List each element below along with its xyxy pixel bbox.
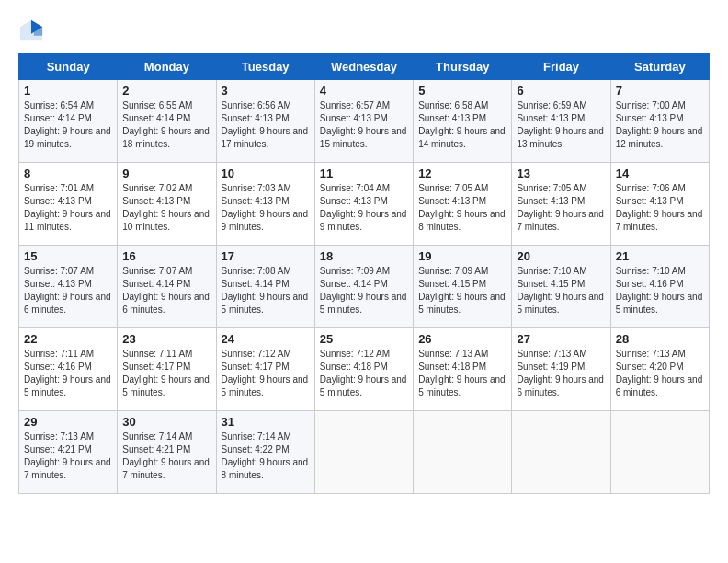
- sunrise-text: Sunrise: 7:00 AM: [616, 99, 704, 112]
- calendar-week-4: 22 Sunrise: 7:11 AM Sunset: 4:16 PM Dayl…: [19, 328, 710, 411]
- weekday-header-saturday: Saturday: [610, 54, 709, 80]
- daylight-text: Daylight: 9 hours and 5 minutes.: [122, 373, 210, 399]
- calendar-cell: 5 Sunrise: 6:58 AM Sunset: 4:13 PM Dayli…: [414, 80, 512, 163]
- logo-icon: [18, 18, 44, 44]
- calendar-cell: 7 Sunrise: 7:00 AM Sunset: 4:13 PM Dayli…: [610, 80, 709, 163]
- cell-info: Sunrise: 6:57 AM Sunset: 4:13 PM Dayligh…: [320, 99, 408, 151]
- daylight-text: Daylight: 9 hours and 7 minutes.: [122, 456, 210, 482]
- calendar-cell: 11 Sunrise: 7:04 AM Sunset: 4:13 PM Dayl…: [314, 163, 413, 246]
- daylight-text: Daylight: 9 hours and 5 minutes.: [24, 373, 112, 399]
- calendar-cell: [512, 411, 610, 494]
- daylight-text: Daylight: 9 hours and 5 minutes.: [418, 373, 506, 399]
- calendar-cell: [314, 411, 413, 494]
- daylight-text: Daylight: 9 hours and 7 minutes.: [24, 456, 112, 482]
- sunset-text: Sunset: 4:13 PM: [517, 112, 605, 125]
- sunrise-text: Sunrise: 7:06 AM: [616, 182, 704, 195]
- cell-info: Sunrise: 7:13 AM Sunset: 4:21 PM Dayligh…: [24, 431, 112, 482]
- daylight-text: Daylight: 9 hours and 7 minutes.: [616, 208, 704, 234]
- sunrise-text: Sunrise: 7:01 AM: [24, 182, 112, 195]
- day-number: 22: [24, 332, 112, 346]
- sunset-text: Sunset: 4:18 PM: [418, 361, 506, 373]
- day-number: 15: [24, 249, 112, 263]
- calendar-cell: 3 Sunrise: 6:56 AM Sunset: 4:13 PM Dayli…: [216, 80, 314, 163]
- sunset-text: Sunset: 4:13 PM: [418, 195, 506, 208]
- sunset-text: Sunset: 4:15 PM: [418, 278, 506, 291]
- sunset-text: Sunset: 4:15 PM: [517, 278, 605, 291]
- calendar-cell: 29 Sunrise: 7:13 AM Sunset: 4:21 PM Dayl…: [19, 411, 118, 494]
- day-number: 13: [517, 167, 605, 180]
- cell-info: Sunrise: 7:13 AM Sunset: 4:20 PM Dayligh…: [616, 348, 704, 399]
- calendar-week-3: 15 Sunrise: 7:07 AM Sunset: 4:13 PM Dayl…: [19, 246, 710, 328]
- day-number: 26: [418, 332, 506, 346]
- day-number: 5: [418, 84, 506, 98]
- daylight-text: Daylight: 9 hours and 9 minutes.: [320, 208, 408, 234]
- cell-info: Sunrise: 7:09 AM Sunset: 4:14 PM Dayligh…: [320, 265, 408, 316]
- sunrise-text: Sunrise: 7:05 AM: [517, 182, 605, 195]
- sunset-text: Sunset: 4:13 PM: [616, 112, 704, 125]
- logo: [18, 18, 48, 44]
- calendar-cell: 9 Sunrise: 7:02 AM Sunset: 4:13 PM Dayli…: [118, 163, 216, 246]
- day-number: 4: [320, 84, 408, 98]
- calendar-week-1: 1 Sunrise: 6:54 AM Sunset: 4:14 PM Dayli…: [19, 80, 710, 163]
- cell-info: Sunrise: 6:59 AM Sunset: 4:13 PM Dayligh…: [517, 99, 605, 151]
- daylight-text: Daylight: 9 hours and 11 minutes.: [24, 208, 112, 234]
- daylight-text: Daylight: 9 hours and 7 minutes.: [517, 208, 605, 234]
- sunrise-text: Sunrise: 7:03 AM: [222, 182, 310, 195]
- day-number: 12: [418, 167, 506, 180]
- sunrise-text: Sunrise: 7:09 AM: [418, 265, 506, 278]
- day-number: 23: [122, 332, 210, 346]
- day-number: 9: [122, 167, 210, 180]
- sunset-text: Sunset: 4:16 PM: [24, 361, 112, 373]
- sunrise-text: Sunrise: 7:11 AM: [122, 348, 210, 361]
- sunrise-text: Sunrise: 7:13 AM: [517, 348, 605, 361]
- day-number: 14: [616, 167, 704, 180]
- sunrise-text: Sunrise: 7:13 AM: [616, 348, 704, 361]
- daylight-text: Daylight: 9 hours and 19 minutes.: [24, 125, 112, 151]
- sunset-text: Sunset: 4:14 PM: [24, 112, 112, 125]
- weekday-header-sunday: Sunday: [19, 54, 118, 80]
- sunrise-text: Sunrise: 7:02 AM: [122, 182, 210, 195]
- daylight-text: Daylight: 9 hours and 13 minutes.: [517, 125, 605, 151]
- sunset-text: Sunset: 4:13 PM: [517, 195, 605, 208]
- calendar-cell: 31 Sunrise: 7:14 AM Sunset: 4:22 PM Dayl…: [216, 411, 314, 494]
- calendar-cell: 16 Sunrise: 7:07 AM Sunset: 4:14 PM Dayl…: [118, 246, 216, 328]
- sunset-text: Sunset: 4:14 PM: [122, 278, 210, 291]
- calendar-cell: 23 Sunrise: 7:11 AM Sunset: 4:17 PM Dayl…: [118, 328, 216, 411]
- sunrise-text: Sunrise: 6:55 AM: [122, 99, 210, 112]
- calendar-table: SundayMondayTuesdayWednesdayThursdayFrid…: [18, 53, 710, 494]
- calendar-header: [18, 18, 710, 44]
- calendar-cell: 27 Sunrise: 7:13 AM Sunset: 4:19 PM Dayl…: [512, 328, 610, 411]
- calendar-cell: 21 Sunrise: 7:10 AM Sunset: 4:16 PM Dayl…: [610, 246, 709, 328]
- day-number: 27: [517, 332, 605, 346]
- sunrise-text: Sunrise: 6:58 AM: [418, 99, 506, 112]
- cell-info: Sunrise: 7:14 AM Sunset: 4:22 PM Dayligh…: [222, 431, 310, 482]
- cell-info: Sunrise: 6:54 AM Sunset: 4:14 PM Dayligh…: [24, 99, 112, 151]
- sunrise-text: Sunrise: 7:13 AM: [418, 348, 506, 361]
- sunset-text: Sunset: 4:20 PM: [616, 361, 704, 373]
- sunset-text: Sunset: 4:14 PM: [222, 278, 310, 291]
- calendar-cell: 28 Sunrise: 7:13 AM Sunset: 4:20 PM Dayl…: [610, 328, 709, 411]
- cell-info: Sunrise: 7:04 AM Sunset: 4:13 PM Dayligh…: [320, 182, 408, 234]
- day-number: 19: [418, 249, 506, 263]
- day-number: 8: [24, 167, 112, 180]
- day-number: 3: [222, 84, 310, 98]
- sunrise-text: Sunrise: 7:05 AM: [418, 182, 506, 195]
- cell-info: Sunrise: 7:13 AM Sunset: 4:19 PM Dayligh…: [517, 348, 605, 399]
- day-number: 7: [616, 84, 704, 98]
- calendar-cell: 26 Sunrise: 7:13 AM Sunset: 4:18 PM Dayl…: [414, 328, 512, 411]
- calendar-cell: 4 Sunrise: 6:57 AM Sunset: 4:13 PM Dayli…: [314, 80, 413, 163]
- cell-info: Sunrise: 7:11 AM Sunset: 4:17 PM Dayligh…: [122, 348, 210, 399]
- weekday-header-thursday: Thursday: [414, 54, 512, 80]
- daylight-text: Daylight: 9 hours and 15 minutes.: [320, 125, 408, 151]
- sunset-text: Sunset: 4:13 PM: [24, 195, 112, 208]
- day-number: 21: [616, 249, 704, 263]
- sunrise-text: Sunrise: 7:14 AM: [222, 431, 310, 443]
- daylight-text: Daylight: 9 hours and 8 minutes.: [418, 208, 506, 234]
- sunrise-text: Sunrise: 7:11 AM: [24, 348, 112, 361]
- sunrise-text: Sunrise: 7:09 AM: [320, 265, 408, 278]
- day-number: 18: [320, 249, 408, 263]
- daylight-text: Daylight: 9 hours and 5 minutes.: [222, 373, 310, 399]
- daylight-text: Daylight: 9 hours and 12 minutes.: [616, 125, 704, 151]
- sunrise-text: Sunrise: 7:12 AM: [222, 348, 310, 361]
- daylight-text: Daylight: 9 hours and 8 minutes.: [222, 456, 310, 482]
